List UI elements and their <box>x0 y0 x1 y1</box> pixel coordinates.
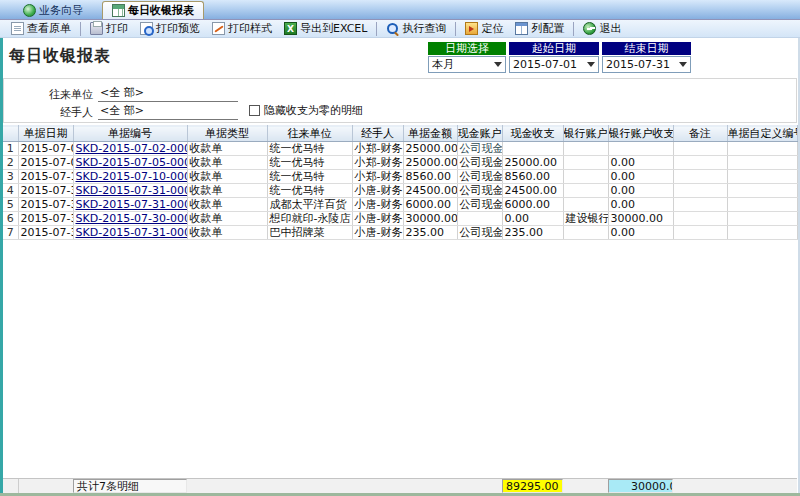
print-preview-button[interactable]: 打印预览 <box>134 19 206 38</box>
print-preview-icon <box>140 22 153 35</box>
table-row[interactable]: 42015-07-31SKD-2015-07-31-0001收款单统一优马特小唐… <box>3 184 797 198</box>
toolbar-separator <box>573 22 574 36</box>
toolbar-button-label: 导出到EXCEL <box>300 21 367 36</box>
toolbar-button-label: 查看原单 <box>27 21 71 36</box>
cell-bank-flow: 30000.00 <box>608 212 673 226</box>
cell-amount: 25000.00 <box>403 156 457 170</box>
column-header-unit: 往来单位 <box>267 126 352 142</box>
cell-handler: 小郑-财务 <box>352 142 403 156</box>
cell-handler: 小唐-财务 <box>352 198 403 212</box>
document-link[interactable]: SKD-2015-07-30-0002 <box>76 212 188 225</box>
column-header-bank-flow: 银行账户收支 <box>608 126 673 142</box>
excel-icon <box>284 22 297 35</box>
hide-zero-checkbox[interactable] <box>249 105 260 116</box>
column-config-button[interactable]: 列配置 <box>509 19 570 38</box>
date-range-select[interactable]: 本月 <box>428 56 506 73</box>
document-link[interactable]: SKD-2015-07-05-0001 <box>76 156 188 169</box>
toolbar-button-label: 打印样式 <box>228 21 272 36</box>
column-header-bank-account: 银行账户 <box>563 126 608 142</box>
cell-bank-flow: 0.00 <box>608 184 673 198</box>
row-number: 1 <box>3 142 18 156</box>
columns-icon <box>515 22 528 35</box>
cell-cash-flow: 25000.00 <box>502 156 563 170</box>
unit-filter-label: 往来单位 <box>49 87 93 102</box>
column-header-handler: 经手人 <box>352 126 403 142</box>
report-grid-icon <box>112 4 125 17</box>
view-original-button[interactable]: 查看原单 <box>5 19 77 38</box>
table-row[interactable]: 22015-07-05SKD-2015-07-05-0001收款单统一优马特小郑… <box>3 156 797 170</box>
toolbar-button-label: 执行查询 <box>402 21 446 36</box>
exit-button[interactable]: 退出 <box>577 19 627 38</box>
start-date-select[interactable]: 2015-07-01 <box>509 56 599 73</box>
cell-bank-account <box>563 226 608 240</box>
cell-note <box>673 198 727 212</box>
document-link[interactable]: SKD-2015-07-02-0001 <box>76 142 188 155</box>
run-query-button[interactable]: 执行查询 <box>380 19 452 38</box>
unit-filter-field[interactable]: <全 部> <box>98 85 238 102</box>
cell-doc-no: SKD-2015-07-05-0001 <box>73 156 187 170</box>
chevron-down-icon <box>587 62 595 71</box>
document-link[interactable]: SKD-2015-07-31-0003 <box>76 198 188 211</box>
export-excel-button[interactable]: 导出到EXCEL <box>278 19 373 38</box>
document-link[interactable]: SKD-2015-07-31-0002 <box>76 226 188 239</box>
column-header-doc-type: 单据类型 <box>187 126 267 142</box>
print-button[interactable]: 打印 <box>84 19 134 38</box>
document-link[interactable]: SKD-2015-07-10-0001 <box>76 170 188 183</box>
tab-label: 每日收银报表 <box>128 3 194 18</box>
cell-custom-no <box>727 156 797 170</box>
cell-handler: 小唐-财务 <box>352 212 403 226</box>
cell-bank-account <box>563 198 608 212</box>
document-link[interactable]: SKD-2015-07-31-0001 <box>76 184 188 197</box>
end-date-select[interactable]: 2015-07-31 <box>602 56 691 73</box>
print-icon <box>90 22 103 35</box>
cell-cash-flow: 235.00 <box>502 226 563 240</box>
cell-note <box>673 226 727 240</box>
cell-doc-type: 收款单 <box>187 226 267 240</box>
locate-button[interactable]: 定位 <box>459 19 509 38</box>
chevron-down-icon <box>679 62 687 71</box>
cell-doc-no: SKD-2015-07-31-0001 <box>73 184 187 198</box>
handler-filter-field[interactable]: <全 部> <box>98 103 238 120</box>
cell-cash-flow: 24500.00 <box>502 184 563 198</box>
cell-bank-account <box>563 170 608 184</box>
start-date-value: 2015-07-01 <box>513 58 587 71</box>
cell-amount: 25000.00 <box>403 142 457 156</box>
table-row[interactable]: 12015-07-02SKD-2015-07-02-0001收款单统一优马特小郑… <box>3 142 797 156</box>
view-doc-icon <box>11 22 24 35</box>
summary-bar: 共计7条明细 89295.00 30000.00 <box>3 478 797 493</box>
cell-date: 2015-07-31 <box>18 184 73 198</box>
cell-amount: 235.00 <box>403 226 457 240</box>
table-row[interactable]: 32015-07-10SKD-2015-07-10-0001收款单统一优马特小郑… <box>3 170 797 184</box>
cell-doc-no: SKD-2015-07-10-0001 <box>73 170 187 184</box>
cell-cash-account: 公司现金 <box>457 170 502 184</box>
table-row[interactable]: 52015-07-31SKD-2015-07-31-0003收款单成都太平洋百货… <box>3 198 797 212</box>
cell-amount: 30000.00 <box>403 212 457 226</box>
chevron-down-icon <box>494 62 502 71</box>
date-filter: 日期选择 本月 起始日期 2015-07-01 结束日期 2015-07-31 <box>428 42 691 73</box>
cell-doc-no: SKD-2015-07-31-0002 <box>73 226 187 240</box>
table-row[interactable]: 72015-07-31SKD-2015-07-31-0002收款单巴中招牌菜小唐… <box>3 226 797 240</box>
column-header-cash-flow: 现金收支 <box>502 126 563 142</box>
date-range-header: 日期选择 <box>428 42 506 55</box>
cell-bank-flow: 0.00 <box>608 142 673 156</box>
wizard-icon <box>23 4 36 17</box>
cell-note <box>673 212 727 226</box>
cell-custom-no <box>727 226 797 240</box>
table-row[interactable]: 62015-07-30SKD-2015-07-30-0002收款单想印就印-永陵… <box>3 212 797 226</box>
cell-unit: 统一优马特 <box>267 156 352 170</box>
tab-business-wizard[interactable]: 业务向导 <box>14 2 92 19</box>
cell-date: 2015-07-30 <box>18 212 73 226</box>
cell-doc-type: 收款单 <box>187 156 267 170</box>
exit-icon <box>583 22 596 35</box>
date-range-value: 本月 <box>432 57 494 72</box>
locate-icon <box>465 22 478 35</box>
print-style-button[interactable]: 打印样式 <box>206 19 278 38</box>
tab-daily-cashier-report[interactable]: 每日收银报表 <box>102 1 204 19</box>
cell-amount: 6000.00 <box>403 198 457 212</box>
cell-note <box>673 156 727 170</box>
toolbar-separator <box>80 22 81 36</box>
cell-cash-account <box>457 212 502 226</box>
column-header-date: 单据日期 <box>18 126 73 142</box>
cell-cash-account: 公司现金 <box>457 226 502 240</box>
tab-label: 业务向导 <box>39 3 83 18</box>
